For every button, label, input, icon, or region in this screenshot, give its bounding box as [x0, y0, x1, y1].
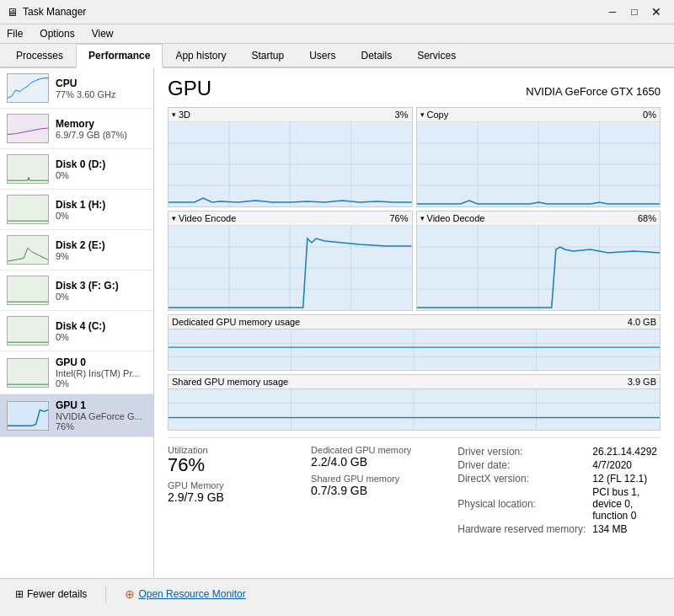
graph-vdecode-pct: 68%	[638, 213, 656, 223]
tab-details[interactable]: Details	[348, 44, 404, 68]
app-title: Task Manager	[23, 6, 86, 18]
tab-startup[interactable]: Startup	[238, 44, 297, 68]
sidebar-item-memory[interactable]: Memory 6.9/7.9 GB (87%)	[0, 109, 153, 149]
graph-vdecode: ▾ Video Decode 68%	[416, 211, 661, 311]
right-panel: GPU NVIDIA GeForce GTX 1650 ▾ 3D 3%	[154, 68, 674, 578]
cpu-sub: 77% 3.60 GHz	[56, 89, 147, 99]
driver-location-row: Physical location: PCI bus 1, device 0, …	[454, 485, 661, 522]
graph-copy-label-row: ▾ Copy 0%	[417, 108, 661, 122]
gpu-model: NVIDIA GeForce GTX 1650	[526, 85, 661, 98]
stat-dedicated: Dedicated GPU memory 2.2/4.0 GB	[311, 445, 434, 469]
open-monitor-button[interactable]: ⊕ Open Resource Monitor	[120, 584, 250, 604]
tab-apphistory[interactable]: App history	[163, 44, 238, 68]
stat-gpu-memory-label: GPU Memory	[168, 480, 291, 490]
stat-gpu-memory-value: 2.9/7.9 GB	[168, 490, 291, 504]
memory-sub: 6.9/7.9 GB (87%)	[56, 130, 147, 140]
maximize-button[interactable]: □	[623, 3, 645, 20]
driver-table: Driver version: 26.21.14.4292 Driver dat…	[454, 445, 661, 536]
menu-options[interactable]: Options	[36, 26, 78, 41]
title-bar: 🖥 Task Manager ─ □ ✕	[0, 0, 674, 24]
graph-copy-label: Copy	[427, 110, 449, 120]
sidebar-item-disk3[interactable]: Disk 3 (F: G:) 0%	[0, 271, 153, 311]
disk0-name: Disk 0 (D:)	[56, 158, 147, 170]
mem-dedicated-label: Dedicated GPU memory usage	[172, 317, 300, 327]
tab-performance[interactable]: Performance	[76, 44, 163, 68]
gpu1-name: GPU 1	[56, 399, 147, 411]
stats-col-utilization: Utilization 76% GPU Memory 2.9/7.9 GB	[168, 445, 291, 536]
stat-utilization-value: 76%	[168, 455, 291, 475]
menu-file[interactable]: File	[3, 26, 26, 41]
chevron-copy: ▾	[420, 110, 425, 119]
svg-rect-4	[8, 236, 48, 264]
stats-col-dedicated: Dedicated GPU memory 2.2/4.0 GB Shared G…	[311, 445, 434, 536]
graph-vencode-pct: 76%	[389, 213, 408, 223]
tab-users[interactable]: Users	[297, 44, 348, 68]
mem-shared-max: 3.9 GB	[628, 377, 656, 387]
down-arrow-icon: ⊞	[15, 588, 24, 600]
disk1-sub: 0%	[56, 211, 147, 221]
stat-utilization: Utilization 76%	[168, 445, 291, 475]
cpu-name: CPU	[56, 78, 147, 89]
svg-rect-6	[8, 317, 48, 345]
close-button[interactable]: ✕	[645, 3, 667, 20]
cpu-info: CPU 77% 3.60 GHz	[56, 78, 147, 99]
chevron-3d: ▾	[172, 110, 176, 119]
graph-vdecode-canvas	[417, 226, 661, 310]
sidebar-item-disk0[interactable]: Disk 0 (D:) 0%	[0, 149, 153, 190]
driver-date-value: 4/7/2020	[589, 458, 661, 472]
title-bar-left: 🖥 Task Manager	[7, 6, 86, 19]
mem-shared-section: Shared GPU memory usage 3.9 GB	[168, 374, 661, 431]
graph-copy: ▾ Copy 0%	[416, 107, 661, 207]
graph-copy-canvas	[417, 122, 661, 206]
divider	[105, 586, 106, 603]
menu-view[interactable]: View	[88, 26, 117, 41]
svg-rect-2	[8, 155, 48, 183]
sidebar-item-cpu[interactable]: CPU 77% 3.60 GHz	[0, 68, 153, 109]
tab-services[interactable]: Services	[404, 44, 468, 68]
svg-rect-37	[168, 329, 660, 370]
graph-vdecode-label: Video Decode	[427, 213, 485, 223]
stat-gpu-memory: GPU Memory 2.9/7.9 GB	[168, 480, 291, 504]
sidebar-item-disk4[interactable]: Disk 4 (C:) 0%	[0, 311, 153, 351]
driver-version-value: 26.21.14.4292	[589, 445, 661, 458]
disk2-info: Disk 2 (E:) 9%	[56, 239, 147, 261]
sidebar-item-gpu1[interactable]: GPU 1 NVIDIA GeForce G... 76%	[0, 394, 153, 437]
disk3-thumb	[7, 276, 49, 305]
svg-rect-3	[8, 196, 48, 223]
fewer-details-button[interactable]: ⊞ Fewer details	[10, 585, 92, 603]
disk1-info: Disk 1 (H:) 0%	[56, 199, 147, 221]
driver-reserved-row: Hardware reserved memory: 134 MB	[454, 522, 661, 536]
app-icon: 🖥	[7, 6, 18, 19]
graph-3d-canvas	[168, 122, 412, 206]
disk4-thumb	[7, 316, 49, 345]
stats-row: Utilization 76% GPU Memory 2.9/7.9 GB De…	[168, 437, 661, 536]
graph-vencode: ▾ Video Encode 76%	[168, 211, 413, 311]
driver-directx-label: DirectX version:	[454, 472, 589, 485]
svg-rect-5	[8, 276, 48, 304]
cpu-thumb	[7, 73, 49, 103]
sidebar: CPU 77% 3.60 GHz Memory 6.9/7.9 GB (87%)	[0, 68, 154, 578]
sidebar-item-disk2[interactable]: Disk 2 (E:) 9%	[0, 230, 153, 271]
disk2-sub: 9%	[56, 251, 147, 261]
sidebar-item-disk1[interactable]: Disk 1 (H:) 0%	[0, 190, 153, 230]
minimize-button[interactable]: ─	[602, 3, 623, 20]
disk2-name: Disk 2 (E:)	[56, 239, 147, 251]
memory-thumb	[7, 114, 49, 143]
disk3-sub: 0%	[56, 292, 147, 302]
disk4-info: Disk 4 (C:) 0%	[56, 320, 147, 342]
gpu0-sub: Intel(R) Iris(TM) Pr...	[56, 368, 147, 378]
disk3-info: Disk 3 (F: G:) 0%	[56, 280, 147, 302]
driver-version-label: Driver version:	[454, 445, 589, 458]
sidebar-item-gpu0[interactable]: GPU 0 Intel(R) Iris(TM) Pr... 0%	[0, 351, 153, 394]
driver-date-row: Driver date: 4/7/2020	[454, 458, 661, 472]
driver-reserved-label: Hardware reserved memory:	[454, 522, 589, 536]
gpu1-thumb	[7, 401, 49, 431]
tab-processes[interactable]: Processes	[3, 44, 76, 68]
graph-vencode-label-row: ▾ Video Encode 76%	[168, 212, 412, 226]
main-container: CPU 77% 3.60 GHz Memory 6.9/7.9 GB (87%)	[0, 68, 674, 578]
driver-reserved-value: 134 MB	[589, 522, 661, 536]
mem-dedicated-section: Dedicated GPU memory usage 4.0 GB	[168, 314, 661, 371]
disk3-name: Disk 3 (F: G:)	[56, 280, 147, 292]
disk4-name: Disk 4 (C:)	[56, 320, 147, 332]
gpu0-info: GPU 0 Intel(R) Iris(TM) Pr... 0%	[56, 356, 147, 388]
